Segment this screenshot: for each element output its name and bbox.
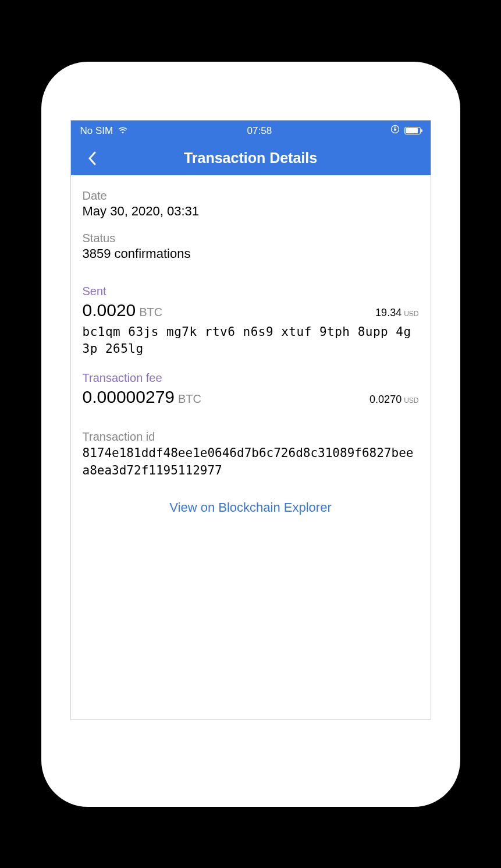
carrier-label: No SIM (80, 125, 113, 137)
status-bar-time: 07:58 (247, 125, 272, 137)
sent-fiat: 19.34 USD (375, 307, 418, 319)
orientation-lock-icon (390, 125, 400, 137)
sent-field: Sent 0.0020 BTC 19.34 USD bc1qm 63js mg7… (83, 285, 419, 358)
nav-bar: Transaction Details (71, 141, 431, 175)
status-value: 3859 confirmations (83, 246, 419, 261)
txid-field: Transaction id 8174e181ddf48ee1e0646d7b6… (83, 430, 419, 479)
sent-address[interactable]: bc1qm 63js mg7k rtv6 n6s9 xtuf 9tph 8upp… (83, 324, 419, 358)
sent-fiat-unit: USD (404, 310, 418, 318)
fee-amount-unit: BTC (178, 392, 201, 406)
battery-icon (404, 127, 421, 134)
content-area: Date May 30, 2020, 03:31 Status 3859 con… (71, 175, 431, 719)
sent-amount-value: 0.0020 (83, 300, 136, 320)
page-title: Transaction Details (71, 150, 431, 166)
fee-label: Transaction fee (83, 371, 419, 385)
fee-fiat: 0.0270 USD (369, 394, 418, 406)
sent-fiat-value: 19.34 (375, 307, 401, 319)
status-field: Status 3859 confirmations (83, 232, 419, 261)
back-button[interactable] (80, 147, 104, 170)
fee-fiat-unit: USD (404, 396, 418, 405)
sent-amount-primary: 0.0020 BTC (83, 300, 163, 320)
status-bar-right (390, 125, 421, 137)
chevron-left-icon (88, 151, 96, 165)
wifi-icon (118, 125, 128, 137)
fee-amount-primary: 0.00000279 BTC (83, 387, 202, 407)
txid-value[interactable]: 8174e181ddf48ee1e0646d7b6c726d8c31089f68… (83, 445, 419, 479)
fee-amount-row: 0.00000279 BTC 0.0270 USD (83, 387, 419, 407)
sent-amount-row: 0.0020 BTC 19.34 USD (83, 300, 419, 320)
phone-frame: No SIM 07:58 (41, 62, 460, 807)
date-value: May 30, 2020, 03:31 (83, 204, 419, 219)
date-label: Date (83, 189, 419, 203)
status-label: Status (83, 232, 419, 245)
status-bar-left: No SIM (80, 125, 129, 137)
explorer-link[interactable]: View on Blockchain Explorer (83, 500, 419, 515)
sent-amount-unit: BTC (139, 306, 162, 319)
fee-field: Transaction fee 0.00000279 BTC 0.0270 US… (83, 371, 419, 407)
fee-fiat-value: 0.0270 (369, 394, 401, 406)
svg-rect-1 (394, 129, 396, 131)
sent-label: Sent (83, 285, 419, 298)
date-field: Date May 30, 2020, 03:31 (83, 189, 419, 219)
screen: No SIM 07:58 (70, 120, 431, 720)
txid-label: Transaction id (83, 430, 419, 444)
status-bar: No SIM 07:58 (71, 121, 431, 141)
fee-amount-value: 0.00000279 (83, 387, 175, 407)
